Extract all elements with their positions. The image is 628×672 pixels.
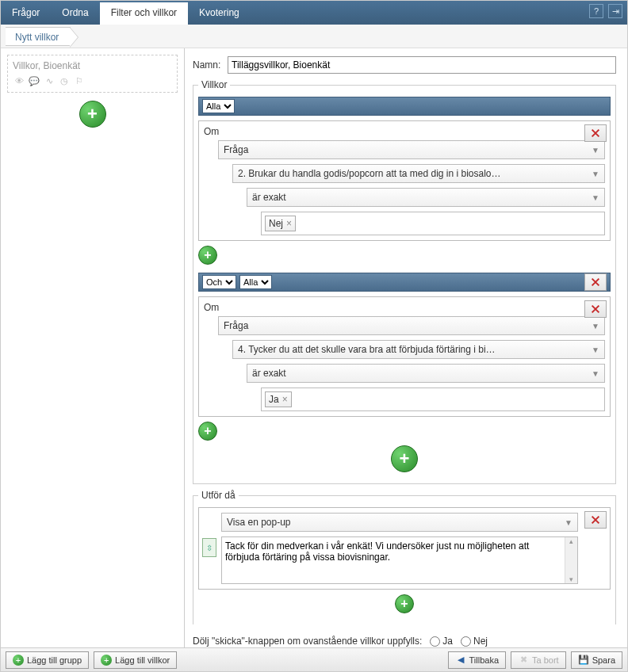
- move-icon: ⇳: [206, 544, 213, 552]
- delete-button[interactable]: ✖ Ta bort: [511, 651, 566, 669]
- textarea-scrollbar[interactable]: ▴ ▾: [565, 537, 577, 583]
- chevron-down-icon: ▼: [592, 170, 599, 178]
- name-input[interactable]: [228, 56, 616, 74]
- breadcrumb: Nytt villkor: [1, 25, 627, 48]
- hide-send-ja-radio[interactable]: [430, 636, 440, 647]
- save-icon: 💾: [578, 655, 589, 666]
- condition2-add-button[interactable]: +: [198, 422, 217, 441]
- breadcrumb-nytt-villkor[interactable]: Nytt villkor: [6, 27, 71, 46]
- sidebar-card-title: Villkor, Bioenkät: [13, 60, 172, 71]
- chevron-down-icon: ▼: [592, 322, 599, 330]
- condition2-delete-button[interactable]: [584, 300, 607, 318]
- globe-icon: ◷: [58, 74, 71, 87]
- action-block: ⇳ Visa en pop-up ▼ Tack för din medverka…: [198, 507, 611, 590]
- chat-icon: 💬: [28, 74, 40, 87]
- chevron-down-icon: ▼: [565, 518, 572, 527]
- chevron-down-icon: ▼: [592, 346, 599, 354]
- condition2-value-box[interactable]: Ja ×: [261, 388, 605, 411]
- eye-icon: 👁: [13, 74, 25, 87]
- condition2-all-select[interactable]: Alla: [239, 275, 272, 289]
- condition1-delete-button[interactable]: [584, 124, 607, 142]
- top-tabs: Frågor Ordna Filter och villkor Kvoterin…: [1, 1, 627, 25]
- tab-filter-villkor[interactable]: Filter och villkor: [100, 1, 188, 25]
- delete-icon: ✖: [518, 655, 529, 666]
- add-group-button[interactable]: + Lägg till grupp: [6, 651, 89, 669]
- hide-send-label: Dölj "skicka"-knappen om ovanstående vil…: [193, 636, 422, 647]
- name-label: Namn:: [193, 59, 228, 71]
- condition2-block: Om Fråga ▼ 4. Tycker du att det skulle v…: [198, 296, 611, 417]
- plus-icon: +: [87, 104, 98, 124]
- close-icon: [590, 277, 601, 288]
- scroll-up-icon: ▴: [565, 537, 577, 545]
- hide-send-nej-radio[interactable]: [461, 636, 471, 647]
- condition2-header: Och Alla: [198, 273, 611, 292]
- hide-send-ja[interactable]: Ja: [430, 636, 453, 647]
- condition2-header-delete-button[interactable]: [584, 273, 607, 291]
- action-text-input[interactable]: Tack för din medverkan i vår enkät! Vi u…: [222, 537, 565, 583]
- tab-fragor[interactable]: Frågor: [1, 1, 51, 25]
- utfor-legend: Utför då: [198, 490, 239, 501]
- chevron-down-icon: ▼: [592, 146, 599, 155]
- villkor-add-group-button[interactable]: +: [391, 445, 418, 472]
- sidebar-card[interactable]: Villkor, Bioenkät 👁 💬 ∿ ◷ ⚐: [7, 55, 178, 93]
- plus-icon: +: [400, 449, 410, 469]
- condition1-add-button[interactable]: +: [198, 246, 217, 265]
- condition2-join-select[interactable]: Och: [202, 275, 236, 289]
- plus-icon: +: [13, 655, 24, 666]
- condition1-header: Alla: [198, 97, 611, 116]
- villkor-fieldset: Villkor Alla Om Fråga ▼: [193, 85, 616, 484]
- condition2-question-select[interactable]: 4. Tycker du att det skulle vara bra att…: [232, 340, 605, 359]
- plus-icon: +: [204, 424, 211, 438]
- back-button[interactable]: ◀ Tillbaka: [448, 651, 507, 669]
- chevron-down-icon: ▼: [592, 369, 599, 378]
- add-condition-button[interactable]: + Lägg till villkor: [94, 651, 177, 669]
- condition1-om-label: Om: [204, 126, 605, 137]
- condition2-operator-select[interactable]: är exakt ▼: [247, 364, 605, 383]
- close-icon: [590, 304, 601, 315]
- condition1-value-box[interactable]: Nej ×: [261, 212, 605, 235]
- plus-icon: +: [400, 597, 408, 611]
- villkor-legend: Villkor: [198, 79, 230, 90]
- tag-remove-icon[interactable]: ×: [282, 394, 288, 405]
- utfor-add-button[interactable]: +: [395, 594, 414, 613]
- tab-kvotering[interactable]: Kvotering: [188, 1, 251, 25]
- save-button[interactable]: 💾 Spara: [571, 651, 622, 669]
- plus-icon: +: [101, 655, 112, 666]
- hide-send-nej[interactable]: Nej: [461, 636, 488, 647]
- action-type-select[interactable]: Visa en pop-up ▼: [221, 513, 578, 532]
- condition2-type-select[interactable]: Fråga ▼: [218, 316, 605, 335]
- flag-icon: ⚐: [73, 74, 86, 87]
- sidebar: Villkor, Bioenkät 👁 💬 ∿ ◷ ⚐ +: [1, 48, 185, 647]
- close-icon: [590, 128, 601, 139]
- condition1-question-select[interactable]: 2. Brukar du handla godis/popcorn att ta…: [232, 164, 605, 183]
- plus-icon: +: [204, 248, 211, 262]
- action-delete-button[interactable]: [584, 511, 607, 529]
- action-move-handle[interactable]: ⇳: [202, 538, 216, 557]
- link-icon: ∿: [43, 74, 56, 87]
- close-icon: [590, 514, 601, 525]
- condition1-type-select[interactable]: Fråga ▼: [218, 140, 605, 159]
- condition1-block: Om Fråga ▼ 2. Brukar du handla godis/pop…: [198, 120, 611, 241]
- tag-remove-icon[interactable]: ×: [286, 218, 292, 229]
- content: Namn: Villkor Alla Om: [185, 48, 627, 647]
- condition1-value-tag: Nej ×: [265, 216, 296, 231]
- condition2-value-tag: Ja ×: [265, 391, 292, 407]
- condition1-operator-select[interactable]: är exakt ▼: [247, 188, 605, 207]
- chevron-down-icon: ▼: [592, 193, 599, 202]
- tab-ordna[interactable]: Ordna: [51, 1, 99, 25]
- exit-icon[interactable]: ⇥: [608, 4, 622, 18]
- condition2-om-label: Om: [204, 302, 605, 313]
- back-icon: ◀: [455, 655, 466, 666]
- help-icon[interactable]: ?: [589, 4, 603, 18]
- utfor-fieldset: Utför då ⇳ Visa en pop-up ▼: [193, 495, 616, 624]
- scroll-down-icon: ▾: [565, 575, 577, 583]
- footer: + Lägg till grupp + Lägg till villkor ◀ …: [1, 647, 627, 671]
- hide-send-row: Dölj "skicka"-knappen om ovanstående vil…: [193, 636, 616, 647]
- sidebar-add-button[interactable]: +: [79, 101, 106, 128]
- condition1-all-select[interactable]: Alla: [202, 99, 235, 113]
